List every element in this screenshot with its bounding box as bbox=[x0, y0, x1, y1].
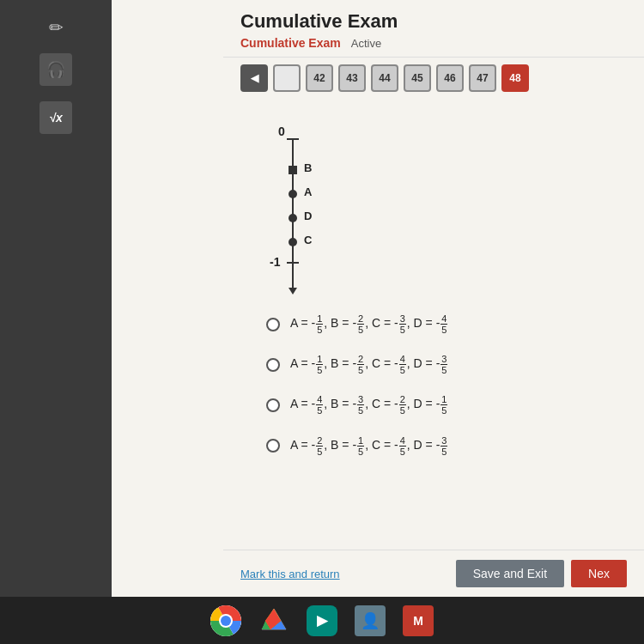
number-line-container: 0 B A D bbox=[266, 125, 369, 296]
save-exit-button[interactable]: Save and Exit bbox=[456, 560, 564, 587]
option-row-1[interactable]: A = -15, B = -25, C = -35, D = -45 bbox=[266, 313, 618, 335]
nav-tab-48[interactable]: 48 bbox=[501, 64, 529, 92]
option-row-2[interactable]: A = -15, B = -25, C = -45, D = -35 bbox=[266, 354, 618, 375]
option-text-1: A = -15, B = -25, C = -35, D = -45 bbox=[290, 313, 448, 335]
nav-tab-43[interactable]: 43 bbox=[338, 64, 366, 92]
radio-2[interactable] bbox=[266, 358, 280, 372]
question-area: 0 B A D bbox=[223, 99, 644, 550]
sidebar: ✏ 🎧 √x bbox=[0, 0, 112, 597]
frac-a3: 45 bbox=[316, 394, 323, 416]
header: Cumulative Exam Cumulative Exam Active bbox=[223, 0, 644, 58]
nav-tab-45[interactable]: 45 bbox=[404, 64, 431, 92]
option-text-2: A = -15, B = -25, C = -45, D = -35 bbox=[290, 354, 448, 375]
option-text-3: A = -45, B = -35, C = -25, D = -15 bbox=[290, 394, 448, 416]
frac-c2: 45 bbox=[399, 354, 406, 375]
frac-b3: 35 bbox=[357, 394, 364, 416]
gmail-icon[interactable]: M bbox=[403, 605, 434, 636]
meet-icon[interactable]: ▶ bbox=[307, 605, 337, 636]
radio-1[interactable] bbox=[266, 318, 280, 331]
bottom-bar: Mark this and return Save and Exit Nex bbox=[223, 550, 644, 597]
main-row: ✏ 🎧 √x Cumulative Exam Cumulative Exam A… bbox=[0, 0, 644, 597]
nav-tab-42[interactable]: 42 bbox=[306, 64, 333, 92]
page-title: Cumulative Exam bbox=[240, 10, 627, 33]
photos-icon[interactable]: 👤 bbox=[355, 605, 386, 636]
minus-one-label: -1 bbox=[270, 255, 280, 269]
frac-d1: 45 bbox=[440, 313, 447, 335]
nav-tab-44[interactable]: 44 bbox=[371, 64, 398, 92]
next-button[interactable]: Nex bbox=[571, 560, 627, 587]
status-badge: Active bbox=[351, 37, 381, 50]
frac-c3: 25 bbox=[399, 394, 406, 416]
frac-c1: 35 bbox=[399, 313, 406, 335]
nav-tab-46[interactable]: 46 bbox=[436, 64, 464, 92]
frac-b2: 25 bbox=[357, 354, 364, 375]
mark-return-link[interactable]: Mark this and return bbox=[240, 568, 340, 580]
point-a-label: A bbox=[304, 185, 312, 198]
frac-a4: 25 bbox=[316, 435, 323, 457]
nav-tab-47[interactable]: 47 bbox=[469, 64, 496, 92]
radio-4[interactable] bbox=[266, 439, 280, 453]
drive-icon[interactable] bbox=[258, 605, 289, 636]
breadcrumb[interactable]: Cumulative Exam bbox=[240, 36, 341, 50]
frac-d2: 35 bbox=[440, 354, 447, 375]
point-d-dot bbox=[289, 214, 297, 222]
right-content: Cumulative Exam Cumulative Exam Active ◀… bbox=[112, 0, 644, 597]
pencil-icon[interactable]: ✏ bbox=[49, 17, 64, 38]
frac-a1: 15 bbox=[316, 313, 323, 335]
back-arrow-btn[interactable]: ◀ bbox=[240, 64, 268, 92]
option-text-4: A = -25, B = -15, C = -45, D = -35 bbox=[290, 435, 448, 457]
option-row-4[interactable]: A = -25, B = -15, C = -45, D = -35 bbox=[266, 435, 618, 457]
tick-zero bbox=[287, 138, 299, 140]
svg-point-2 bbox=[221, 616, 231, 626]
point-b-dot bbox=[289, 166, 297, 174]
headphones-icon[interactable]: 🎧 bbox=[39, 53, 72, 86]
option-row-3[interactable]: A = -45, B = -35, C = -25, D = -15 bbox=[266, 394, 618, 416]
app-container: ✏ 🎧 √x Cumulative Exam Cumulative Exam A… bbox=[0, 0, 644, 644]
frac-a2: 15 bbox=[316, 354, 323, 375]
nav-tab-current[interactable] bbox=[273, 64, 301, 92]
point-c-label: C bbox=[304, 234, 312, 246]
frac-b4: 15 bbox=[357, 435, 364, 457]
header-subtitle: Cumulative Exam Active bbox=[240, 36, 627, 50]
frac-b1: 25 bbox=[357, 313, 364, 335]
frac-c4: 45 bbox=[399, 435, 406, 457]
axis-arrow bbox=[289, 288, 297, 295]
bottom-buttons: Save and Exit Nex bbox=[456, 560, 627, 587]
chrome-icon[interactable] bbox=[210, 605, 241, 636]
point-d-label: D bbox=[304, 210, 312, 222]
point-a-dot bbox=[289, 190, 297, 198]
nav-tabs: ◀ 42 43 44 45 46 47 48 bbox=[223, 58, 644, 99]
zero-label: 0 bbox=[278, 125, 285, 138]
tick-minus-one bbox=[287, 262, 299, 264]
taskbar: ▶ 👤 M bbox=[0, 597, 644, 644]
frac-d4: 35 bbox=[440, 435, 447, 457]
options-area: A = -15, B = -25, C = -35, D = -45 A = -… bbox=[249, 313, 618, 457]
point-c-dot bbox=[289, 238, 297, 246]
point-b-label: B bbox=[304, 161, 312, 174]
formula-icon[interactable]: √x bbox=[39, 101, 72, 134]
frac-d3: 15 bbox=[440, 394, 447, 416]
radio-3[interactable] bbox=[266, 398, 280, 412]
